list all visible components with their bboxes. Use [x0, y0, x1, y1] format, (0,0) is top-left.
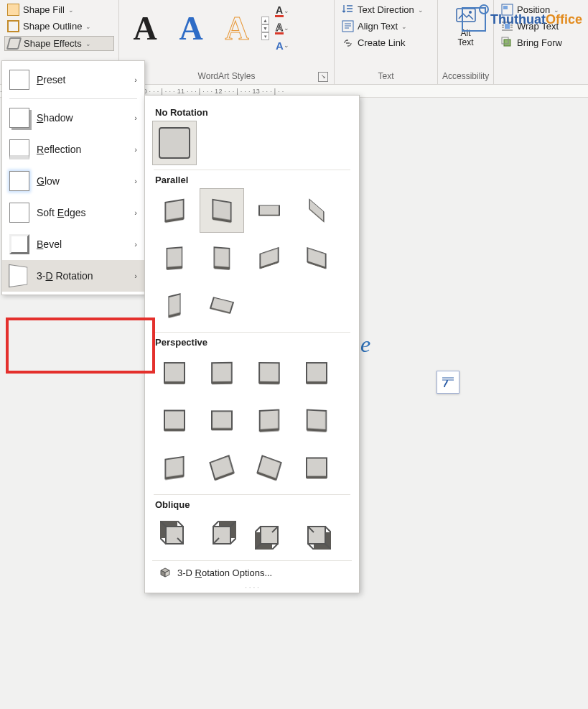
svg-rect-58 [307, 409, 327, 430]
create-link-label: Create Link [358, 37, 405, 48]
chevron-right-icon: › [134, 240, 137, 249]
create-link-button[interactable]: Create Link [339, 36, 433, 50]
parallel-r2-3[interactable] [247, 236, 291, 280]
effects-menu-bevel[interactable]: Bevel› [2, 228, 144, 260]
menu-item-label: Glow [37, 175, 60, 187]
shape-fill-button[interactable]: Shape Fill ⌄ [4, 3, 114, 17]
parallel-r1-4[interactable] [294, 188, 339, 233]
svg-rect-52 [164, 410, 185, 430]
shape-effects-icon [6, 37, 22, 50]
perspective-r2-1[interactable] [152, 398, 197, 442]
perspective-r2-4[interactable] [294, 398, 339, 442]
perspective-r3-4[interactable] [294, 445, 339, 490]
rotation-none[interactable] [152, 121, 197, 165]
shape-outline-button[interactable]: Shape Outline ⌄ [4, 19, 114, 33]
parallel-r3-2[interactable] [200, 283, 244, 328]
gallery-down-icon[interactable]: ▼ [261, 24, 269, 32]
wordart-style-1[interactable]: A [123, 6, 167, 50]
effects-menu-glow[interactable]: Glow› [2, 165, 144, 197]
chevron-down-icon: ⌄ [418, 6, 424, 14]
align-text-button[interactable]: Align Text ⌄ [339, 19, 433, 33]
bevel-icon [9, 234, 29, 254]
text-fill-button[interactable]: A ⌄ [274, 3, 289, 19]
text-effects-button[interactable]: A ⌄ [274, 37, 289, 53]
wordart-style-2[interactable]: A [169, 6, 213, 50]
perspective-r2-2[interactable] [200, 398, 244, 442]
oblique-1[interactable] [152, 513, 197, 557]
perspective-r3-1[interactable] [152, 445, 197, 490]
layout-options-icon [440, 374, 456, 390]
shape-effects-label: Shape Effects [24, 38, 82, 49]
shape-effects-menu: Preset›Shadow›Reflection›Glow›Soft Edges… [1, 60, 145, 295]
text-direction-button[interactable]: Text Direction ⌄ [339, 3, 433, 17]
group-text: Text Direction ⌄ Align Text ⌄ Create Lin… [335, 0, 438, 84]
text-direction-label: Text Direction [358, 4, 414, 15]
perspective-r3-2[interactable] [200, 445, 244, 490]
parallel-r2-1[interactable] [152, 236, 197, 280]
oblique-4[interactable] [294, 513, 339, 557]
parallel-r3-1[interactable] [152, 283, 197, 328]
bring-forward-button[interactable]: Bring Forw [498, 36, 584, 50]
dialog-launcher-wordart[interactable]: ↘ [318, 72, 328, 82]
text-effects-icon: A [274, 38, 284, 52]
perspective-r2-3[interactable] [247, 398, 291, 442]
divider [154, 332, 350, 333]
section-perspective: Perspective [155, 337, 352, 348]
oblique-2[interactable] [200, 513, 244, 557]
parallel-r1-1[interactable] [152, 188, 197, 233]
rotation-options-icon [158, 567, 170, 579]
effects-menu-rotation[interactable]: 3-D Rotation› [2, 260, 144, 292]
perspective-r1-4[interactable] [294, 351, 339, 395]
oblique-3[interactable] [247, 513, 291, 557]
effects-menu-shadow[interactable]: Shadow› [2, 102, 144, 134]
svg-rect-47 [212, 381, 232, 384]
softedges-icon [9, 203, 29, 223]
svg-rect-46 [212, 363, 232, 383]
parallel-r1-3[interactable] [247, 188, 291, 233]
perspective-r1-2[interactable] [200, 351, 244, 395]
text-fill-icon: A [274, 4, 284, 18]
svg-rect-28 [259, 205, 279, 216]
gallery-more-icon[interactable]: ▾ [261, 32, 269, 40]
section-no-rotation: No Rotation [155, 107, 352, 118]
rotation-icon [9, 264, 27, 288]
shape-outline-label: Shape Outline [23, 21, 82, 32]
gallery-up-icon[interactable]: ▲ [261, 17, 269, 24]
parallel-r2-4[interactable] [294, 236, 339, 280]
reflection-icon [9, 139, 29, 159]
perspective-r1-1[interactable] [152, 351, 197, 395]
svg-rect-29 [259, 215, 279, 216]
document-content-partial: e [360, 331, 370, 358]
text-outline-icon: A [274, 21, 284, 35]
chevron-right-icon: › [134, 208, 137, 217]
parallel-r1-2[interactable] [200, 188, 244, 233]
align-text-icon [342, 20, 354, 32]
effects-menu-preset[interactable]: Preset› [2, 64, 144, 96]
svg-rect-54 [212, 411, 232, 429]
effects-menu-reflection[interactable]: Reflection› [2, 134, 144, 165]
svg-line-89 [325, 527, 331, 532]
effects-menu-softedges[interactable]: Soft Edges› [2, 197, 144, 228]
menu-item-label: Bevel [37, 238, 62, 250]
rotation-submenu: No Rotation Parallel [144, 95, 360, 593]
perspective-r3-3[interactable] [247, 445, 291, 490]
rotation-options-button[interactable]: 3-D Rotation Options... [152, 560, 352, 585]
svg-rect-67 [307, 476, 327, 479]
layout-options-button[interactable] [437, 371, 459, 394]
chevron-down-icon: ⌄ [284, 24, 289, 32]
resize-grip[interactable]: · · · · [152, 583, 352, 591]
menu-item-label: Preset [37, 74, 65, 85]
perspective-r1-3[interactable] [247, 351, 291, 395]
parallel-r2-2[interactable] [200, 236, 244, 280]
menu-item-label: Soft Edges [37, 207, 86, 218]
wordart-style-3[interactable]: A [215, 6, 258, 50]
text-outline-button[interactable]: A ⌄ [274, 20, 289, 36]
svg-rect-32 [167, 247, 182, 268]
chevron-right-icon: › [134, 113, 137, 122]
svg-line-82 [255, 527, 261, 532]
svg-rect-55 [212, 428, 232, 431]
shape-fill-label: Shape Fill [23, 4, 65, 15]
svg-rect-3 [275, 32, 284, 34]
svg-rect-51 [307, 381, 327, 384]
shape-effects-button[interactable]: Shape Effects ⌄ [4, 36, 114, 51]
